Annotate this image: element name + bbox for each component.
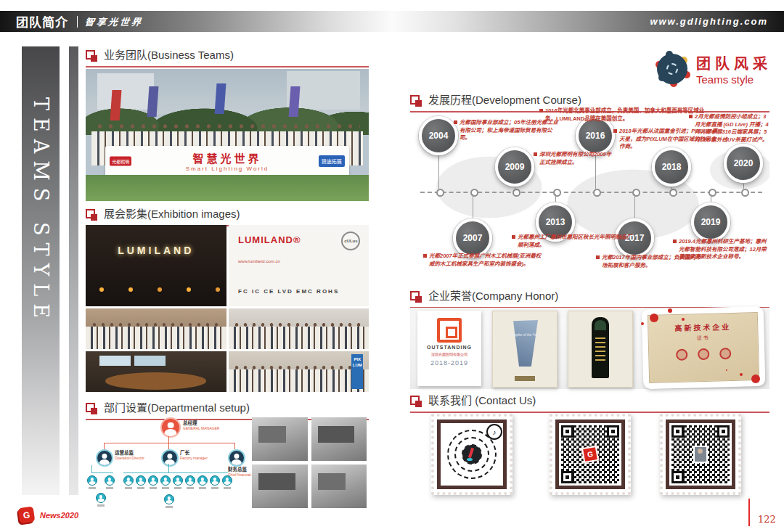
page-number: 122 <box>758 514 776 525</box>
honor-strip: OUTSTANDING 深圳光都照明有限公司 2018-2019 Supplie… <box>410 308 769 389</box>
section-header-honor: 企业荣誉(Company Honor) <box>410 287 769 308</box>
booth-photo: LUMILAND® cULus www.lumiland.com.cn FC I… <box>229 225 369 306</box>
bullet-square-icon <box>512 235 515 239</box>
page-number-bar <box>748 499 750 526</box>
axis-node <box>553 189 561 197</box>
qr-center-avatar <box>462 445 481 464</box>
bullet-square-icon <box>673 240 677 243</box>
sub-dept-node <box>164 494 174 508</box>
pixlum-sign: PIX LUM <box>351 354 363 388</box>
stamp-frame <box>666 420 735 489</box>
outdoor-group-photo <box>86 308 226 349</box>
sub-dept-node <box>148 475 158 489</box>
banner-sub-text: Smart Lighting World <box>186 165 269 172</box>
year-badge: 2019 <box>691 202 730 242</box>
qr-finder-icon <box>561 471 573 483</box>
connector <box>91 465 92 472</box>
connector <box>104 443 234 443</box>
connector <box>168 436 169 443</box>
section-title: 企业荣誉(Company Honor) <box>428 287 558 303</box>
section-square-icon <box>86 209 97 221</box>
qr-finder-icon <box>671 471 684 483</box>
crowd <box>86 327 226 349</box>
decor-dots <box>751 375 760 383</box>
banner-right-logo: 狼途拓展 <box>319 155 345 167</box>
teams-style-zh: 团队风采 <box>696 52 772 73</box>
divider <box>77 16 78 28</box>
black-trophy-icon <box>592 317 609 378</box>
qr-code <box>671 425 730 483</box>
org-chart: 总经理 GENERAL MANAGER 运营总监 Operation Direc… <box>86 417 253 512</box>
team-with-sign-photo: PIX LUM <box>229 351 369 392</box>
award-logo-icon <box>437 318 462 343</box>
banner-main-text: 智慧光世界 <box>186 150 269 165</box>
bullet-square-icon <box>423 254 427 258</box>
axis-node <box>470 189 478 197</box>
g-logo-icon: G <box>18 507 36 524</box>
stamp-frame: ♪ <box>437 420 507 489</box>
outstanding-award-card: OUTSTANDING 深圳光都照明有限公司 2018-2019 <box>417 311 481 386</box>
section-title: 联系我们 (Contact Us) <box>428 392 536 407</box>
section-title: 展会影集(Exhibition images) <box>104 205 240 221</box>
glass-trophy-icon <box>510 320 539 367</box>
booth-website: www.lumiland.com.cn <box>238 259 280 263</box>
certificate-seals <box>649 347 758 361</box>
storefront-photo: LUMILAND <box>86 225 226 306</box>
sub-dept-node <box>210 475 220 489</box>
workstation-photo <box>311 417 367 461</box>
connector <box>168 443 169 449</box>
music-note-icon: ♪ <box>486 424 502 440</box>
qr-code: G <box>561 425 619 483</box>
sub-dept-node <box>96 493 106 507</box>
factory-manager-label: 厂长 Factory manager <box>180 450 218 460</box>
section-header-contact: 联系我们 (Contact Us) <box>410 392 769 413</box>
qr-center-portrait <box>693 446 708 463</box>
round-table-icon <box>657 54 687 84</box>
year-badge: 2004 <box>419 116 458 155</box>
bullet-square-icon <box>689 115 693 118</box>
booth-brand: LUMILAND® <box>238 234 301 245</box>
development-timeline: 2004 2009 2016 2018 2020 2007 2013 2017 … <box>410 109 769 283</box>
sub-dept-node <box>185 475 195 489</box>
milestone-2020: 2月光都疫情防控小组成立；3月光都直播 (GD Live) 开播；4月光都参展3… <box>689 113 769 144</box>
cert-badge: cULus <box>341 232 360 250</box>
website-url: www.gdlighting.com <box>650 16 768 27</box>
crowd <box>229 369 369 392</box>
team-heads-row <box>94 122 361 131</box>
certification-marks: FC IC CE LVD EMC ROHS <box>238 288 339 295</box>
axis-node <box>632 189 640 197</box>
section-title: 发展历程(Development Course) <box>428 91 581 107</box>
bullet-square-icon <box>596 255 600 259</box>
axis-node <box>709 189 716 197</box>
teams-style-logo: 团队风采 Teams style <box>657 52 772 86</box>
connector <box>168 464 169 472</box>
qr-finder-icon <box>607 425 619 438</box>
meeting-table <box>105 372 206 390</box>
brand-g-logo: G <box>581 446 599 463</box>
teams-style-en: Teams style <box>696 73 772 86</box>
indoor-group-photo <box>229 308 369 349</box>
decor-dots <box>650 314 658 322</box>
section-square-icon <box>410 95 422 107</box>
page-title: 团队简介 <box>16 12 68 30</box>
warehouse-photo <box>311 465 367 508</box>
milestone-2009: 深圳光都照明有限公司2009年正式挂牌成立。 <box>534 151 615 166</box>
stem <box>555 194 556 202</box>
axis-node <box>513 189 520 197</box>
personal-qr-stamp <box>660 414 741 495</box>
bullet-square-icon <box>454 120 457 124</box>
axis-node <box>593 189 601 197</box>
sub-dept-node <box>123 475 134 489</box>
connector <box>123 472 228 473</box>
trophy-base <box>515 376 535 381</box>
section-square-icon <box>86 403 97 414</box>
exhibition-collage: LUMILAND LUMILAND® cULus www.lumiland.co… <box>86 225 369 392</box>
stem <box>438 155 439 189</box>
qr-finder-icon <box>717 425 730 438</box>
purple-flag <box>147 86 158 117</box>
business-team-photo: 光都照明 智慧光世界 Smart Lighting World 狼途拓展 <box>86 69 369 201</box>
sub-dept-node <box>87 475 97 489</box>
vertical-title: TEAMS STYLE <box>30 97 52 325</box>
sub-dept-node <box>136 475 146 489</box>
glass-trophy-card: Supplier of the Year <box>492 311 558 388</box>
